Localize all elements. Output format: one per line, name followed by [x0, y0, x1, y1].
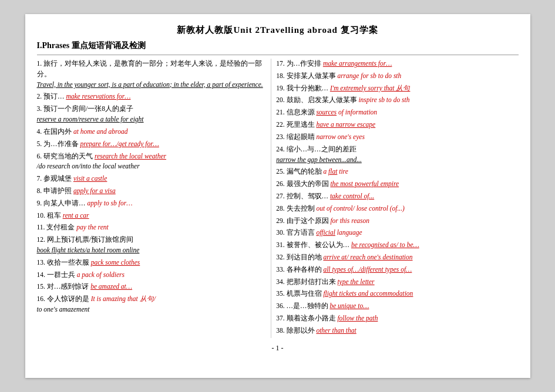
list-item: 12. 网上预订机票/预订旅馆房间 book flight tickets/a …	[37, 235, 265, 256]
list-item: 6. 研究当地的天气 research the local weather /d…	[37, 151, 265, 173]
content-wrapper: 1. 旅行，对年轻人来说，是教育的一部分；对老年人来说，是经验的一部分。 Tra…	[37, 59, 519, 338]
list-item: 21. 信息来源 sources of information	[276, 107, 518, 118]
list-item: 2. 预订… make reservations for…	[37, 92, 265, 102]
list-item: 35. 机票与住宿 flight tickets and accommodati…	[276, 289, 518, 299]
list-item: 17. 为…作安排 make arrangements for…	[276, 59, 518, 69]
list-item: 29. 由于这个原因 for this reason	[276, 216, 518, 227]
list-item: 32. 到达目的地 arrive at/ reach one's destina…	[276, 252, 518, 263]
list-item: 5. 为…作准备 prepare for…/get ready for…	[37, 139, 265, 150]
right-column: 17. 为…作安排 make arrangements for… 18. 安排某…	[271, 59, 518, 338]
list-item: 34. 把那封信打出来 type the letter	[276, 277, 518, 288]
list-item: 26. 最强大的帝国 the most powerful empire	[276, 179, 518, 190]
list-item: 1. 旅行，对年轻人来说，是教育的一部分；对老年人来说，是经验的一部分。 Tra…	[37, 59, 265, 90]
list-item: 27. 控制、驾驭… take control of...	[276, 191, 518, 202]
list-item: 16. 令人惊讶的是 It is amazing that 从句/ to one…	[37, 294, 265, 315]
page: 新教材人教版Unit 2Travelling abroad 复习学案 I.Phr…	[25, 14, 530, 378]
page-number: - 1 -	[37, 344, 519, 353]
list-item: 33. 各种各样的 all types of…/different types …	[276, 265, 518, 275]
list-item: 15. 对…感到惊讶 be amazed at…	[37, 282, 265, 292]
list-item: 28. 失去控制 out of control/ lose control (o…	[276, 204, 518, 214]
list-item: 18. 安排某人做某事 arrange for sb to do sth	[276, 71, 518, 82]
list-item: 9. 向某人申请… apply to sb for…	[37, 198, 265, 209]
left-column: 1. 旅行，对年轻人来说，是教育的一部分；对老年人来说，是经验的一部分。 Tra…	[37, 59, 265, 338]
list-item: 24. 缩小…与…之间的差距 narrow the gap between...…	[276, 144, 518, 165]
list-item: 19. 我十分抱歉… I'm extremely sorry that 从句	[276, 83, 518, 94]
list-item: 25. 漏气的轮胎 a flat tire	[276, 167, 518, 177]
section-heading: I.Phrases 重点短语背诵及检测	[37, 40, 519, 51]
list-item: 4. 在国内外 at home and abroad	[37, 127, 265, 137]
list-item: 13. 收拾一些衣服 pack some clothes	[37, 258, 265, 268]
list-item: 14. 一群士兵 a pack of soldiers	[37, 270, 265, 281]
list-item: 8. 申请护照 apply for a visa	[37, 186, 265, 197]
list-item: 7. 参观城堡 visit a castle	[37, 174, 265, 184]
list-item: 23. 缩起眼睛 narrow one's eyes	[276, 132, 518, 143]
divider	[37, 55, 519, 55]
list-item: 31. 被誉作、被公认为… be recognised as/ to be…	[276, 240, 518, 251]
list-item: 37. 顺着这条小路走 follow the path	[276, 313, 518, 324]
list-item: 30. 官方语言 official language	[276, 228, 518, 238]
list-item: 10. 租车 rent a car	[37, 211, 265, 221]
page-title: 新教材人教版Unit 2Travelling abroad 复习学案	[37, 25, 519, 36]
list-item: 11. 支付租金 pay the rent	[37, 222, 265, 233]
list-item: 38. 除那以外 other than that	[276, 326, 518, 336]
list-item: 22. 死里逃生 have a narrow escape	[276, 120, 518, 130]
list-item: 20. 鼓励、启发某人做某事 inspire sb to do sth	[276, 95, 518, 106]
list-item: 3. 预订一个房间/一张8人的桌子 reserve a room/reserve…	[37, 104, 265, 125]
list-item: 36. …是…独特的 be unique to…	[276, 301, 518, 312]
